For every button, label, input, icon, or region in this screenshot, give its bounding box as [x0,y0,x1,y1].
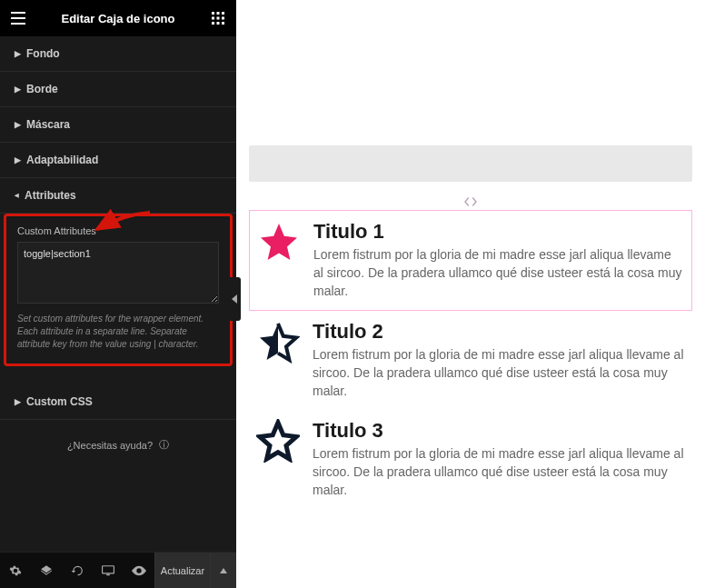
panel-mascara[interactable]: ▶Máscara [0,107,236,143]
item-text: Titulo 1 Lorem fistrum por la gloria de … [313,220,684,301]
preview-eye-icon[interactable] [124,553,154,589]
svg-rect-7 [217,17,220,20]
update-button[interactable]: Actualizar [154,553,211,589]
item-body: Lorem fistrum por la gloria de mi madre … [313,444,685,500]
star-icon [257,220,301,264]
star-half-icon [256,320,300,364]
icon-box-item-1[interactable]: Titulo 1 Lorem fistrum por la gloria de … [249,210,692,311]
layers-icon[interactable] [31,553,62,589]
item-text: Titulo 2 Lorem fistrum por la gloria de … [313,320,685,401]
item-body: Lorem fistrum por la gloria de mi madre … [313,245,684,301]
panel-label: Fondo [26,47,60,60]
svg-rect-13 [106,573,110,575]
svg-rect-1 [11,17,25,19]
svg-rect-8 [222,17,224,20]
sidebar-collapse-handle[interactable] [228,277,241,321]
panel-label: Custom CSS [26,395,93,408]
item-title: Titulo 3 [313,419,685,443]
custom-attributes-input[interactable] [17,242,219,304]
sidebar-body: ▶Fondo ▶Borde ▶Máscara ▶Adaptabilidad ▾A… [0,36,236,552]
html-widget-badge [249,194,692,208]
custom-attributes-help: Set custom attributes for the wrapper el… [17,313,219,351]
help-link-label: ¿Necesitas ayuda? [67,440,153,451]
custom-attributes-label: Custom Attributes [17,225,219,236]
item-title: Titulo 1 [313,220,684,244]
apps-grid-icon[interactable] [200,0,236,36]
panel-label: Borde [26,83,58,95]
svg-rect-0 [11,12,25,14]
svg-rect-4 [217,12,220,15]
attributes-content-highlighted: Custom Attributes Set custom attributes … [4,214,233,366]
panel-attributes[interactable]: ▾Attributes [0,178,236,214]
panel-label: Attributes [25,189,76,202]
item-body: Lorem fistrum por la gloria de mi madre … [313,345,685,401]
svg-rect-9 [212,22,214,25]
svg-rect-10 [217,22,220,25]
settings-gear-icon[interactable] [0,553,31,589]
item-text: Titulo 3 Lorem fistrum por la gloria de … [313,419,685,500]
svg-rect-6 [212,17,214,20]
panel-title: Editar Caja de icono [36,12,200,25]
svg-rect-2 [11,23,25,25]
panel-custom-css[interactable]: ▶Custom CSS [0,384,236,420]
sidebar-footer: Actualizar [0,552,236,588]
help-link[interactable]: ¿Necesitas ayuda? ⓘ [0,420,236,470]
svg-rect-11 [222,22,224,25]
panel-adaptabilidad[interactable]: ▶Adaptabilidad [0,143,236,178]
placeholder-block[interactable] [249,145,692,182]
svg-rect-3 [212,12,214,15]
panel-label: Adaptabilidad [26,154,98,166]
panel-fondo[interactable]: ▶Fondo [0,36,236,72]
editor-sidebar: Editar Caja de icono ▶Fondo ▶Borde ▶Másc… [0,0,236,588]
item-title: Titulo 2 [313,320,685,344]
svg-rect-5 [222,12,224,15]
icon-box-item-2[interactable]: Titulo 2 Lorem fistrum por la gloria de … [249,311,692,410]
menu-icon[interactable] [0,0,36,36]
responsive-icon[interactable] [93,553,124,589]
canvas-area: Titulo 1 Lorem fistrum por la gloria de … [236,0,705,588]
star-outline-icon [256,419,300,463]
update-dropdown-caret[interactable] [211,553,236,589]
panel-borde[interactable]: ▶Borde [0,72,236,107]
sidebar-header: Editar Caja de icono [0,0,236,36]
panel-label: Máscara [26,118,70,131]
icon-box-item-3[interactable]: Titulo 3 Lorem fistrum por la gloria de … [249,410,692,509]
help-circle-icon: ⓘ [159,439,169,450]
history-icon[interactable] [62,553,93,589]
svg-rect-12 [103,565,114,573]
